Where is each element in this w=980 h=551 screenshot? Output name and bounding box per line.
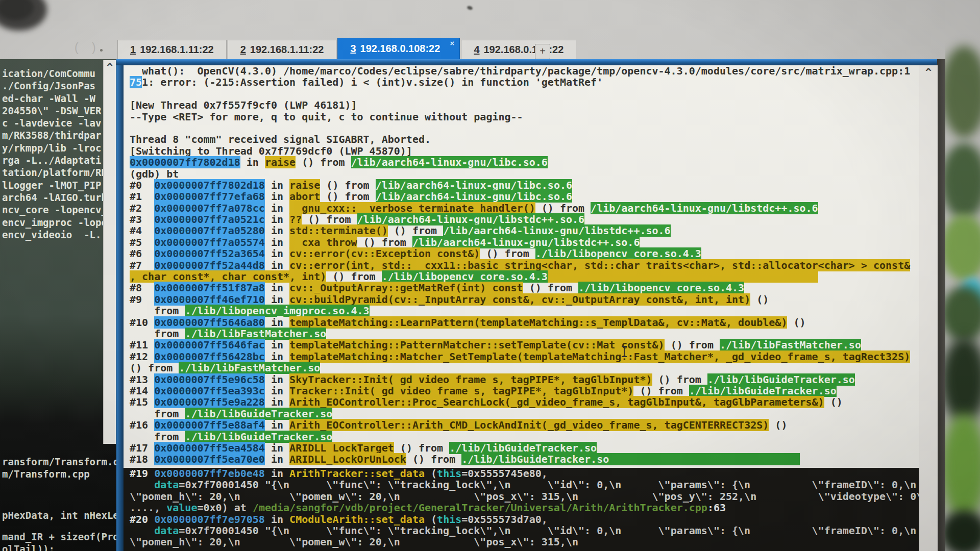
scroll-up-icon[interactable]: ^	[104, 60, 116, 73]
text: 1: error: (-215:Assertion failed) i < (i…	[142, 76, 603, 88]
terminal-line: from ./lib/libGuideTracker.so	[124, 408, 919, 419]
terminal-line: #16 0x0000007ff5e88af4 in Arith_EOContro…	[124, 419, 919, 431]
text	[130, 479, 154, 491]
text: in	[265, 202, 289, 214]
text: #7	[130, 259, 154, 271]
terminal-line: #0 0x0000007ff7802d18 in raise () from /…	[124, 180, 919, 191]
function-highlight: raise	[265, 156, 296, 168]
terminal-line	[124, 122, 919, 134]
text: =0x5555745e80,	[461, 468, 548, 480]
text: in	[265, 236, 289, 248]
text: in	[265, 213, 289, 226]
text: in	[265, 385, 289, 397]
background-terminal-window: ication/ComCommu./Config/JsonPased-char …	[0, 59, 118, 551]
text: \"pomen_h\": 20,\n \"pomen_w\": 20,\n \"…	[130, 536, 578, 548]
background-window-scrollbar[interactable]: ^	[103, 60, 116, 444]
text: in	[265, 247, 289, 260]
address-highlight: 0x0000007ff5ea70e0	[154, 453, 265, 465]
background-terminal-line: olTail));	[2, 543, 118, 551]
text: () from	[130, 362, 179, 374]
text: in	[240, 156, 265, 168]
library-highlight: ./lib/libopencv_core.so.4.3	[382, 270, 548, 283]
text: in	[265, 453, 289, 465]
gdb-keyword: data	[154, 479, 179, 491]
text: #3	[130, 213, 154, 226]
text: () from	[320, 190, 375, 203]
terminal-line: #5 0x0000007ff7a05574 in __cxa_throw () …	[124, 237, 919, 248]
text: in	[265, 316, 289, 329]
text: () from	[394, 442, 449, 454]
text: ....,	[130, 502, 166, 514]
library-highlight: ./lib/libFastMatcher.so	[720, 339, 861, 351]
text: (	[425, 513, 437, 525]
text: =0x7f70001450 "{\n \"func\": \"tracking_…	[179, 479, 916, 491]
library-highlight	[609, 453, 799, 465]
tab-address-label: 192.168.1.11:22	[250, 44, 324, 55]
tab-session-3[interactable]: 3192.168.0.108:22×	[337, 38, 460, 59]
function-highlight: cv::buildPyramid(cv::_InputArray const&,…	[289, 293, 750, 306]
text: ()	[824, 396, 843, 408]
terminal-line: #4 0x0000007ff7a05280 in std::terminate(…	[124, 225, 919, 236]
text: [New Thread 0x7f557f9cf0 (LWP 46181)]	[130, 99, 357, 111]
function-highlight: Arith_EOController::Arith_CMD_LockAndIni…	[289, 419, 769, 431]
background-terminal-line: encv_videoio -L..	[2, 229, 107, 241]
address-highlight: 0x0000007ff5646a80	[154, 316, 265, 329]
text: () from	[480, 247, 535, 260]
terminal-line: ...., value=0x0) at /media/sangfor/vdb/p…	[124, 502, 919, 513]
function-highlight: templateMatching::PatternMatcher::setTem…	[289, 339, 665, 351]
text: #2	[130, 202, 154, 214]
terminal-line: #2 0x0000007ff7a078cc in __gnu_cxx::__ve…	[124, 203, 919, 214]
terminal-line: #10 0x0000007ff5646a80 in templateMatchi…	[124, 317, 919, 328]
terminal-line: [Switching to Thread 0x7f7769dcf0 (LWP 4…	[124, 145, 919, 157]
text: in	[265, 293, 289, 306]
background-terminal-line: ncv_core -lopencv_	[2, 204, 107, 216]
text: () from	[652, 373, 707, 386]
text: () from	[665, 339, 720, 351]
address-highlight: 0x0000007ff7a0521c	[154, 213, 265, 226]
text: in	[265, 190, 289, 203]
function-highlight: cv::error(cv::Exception const&)	[289, 247, 480, 260]
address-highlight: 0x0000007ff7a05574	[154, 236, 265, 248]
terminal-line: #6 0x0000007ff52a3654 in cv::error(cv::E…	[124, 248, 919, 259]
terminal-line: () from ./lib/libFastMatcher.so	[124, 362, 919, 373]
terminal-line: #8 0x0000007ff51f87a8 in cv::_OutputArra…	[124, 282, 919, 293]
function-highlight: raise	[289, 179, 320, 191]
text: Thread 8 "comm" received signal SIGABRT,…	[130, 133, 431, 145]
terminal-line: #17 0x0000007ff5ea4584 in ARIDLL_LockTar…	[124, 442, 919, 454]
tab-close-icon[interactable]: ×	[450, 39, 455, 47]
text: #18	[130, 453, 154, 465]
text: () from	[388, 224, 443, 237]
text: #12	[130, 350, 154, 363]
library-highlight: ./lib/libGuideTracker.so	[461, 453, 609, 465]
background-terminal-line: ransform/Transform.cpp	[2, 456, 118, 468]
tab-session-4[interactable]: 4192.168.0.108:22	[461, 40, 576, 59]
text: =0x0) at	[197, 502, 252, 514]
background-terminal-line: ed-char -Wall -W	[2, 92, 107, 105]
address-highlight: 0x0000007ff5e88af4	[154, 419, 265, 431]
text-bold: :63	[707, 502, 726, 514]
terminal-line: #11 0x0000007ff5646fac in templateMatchi…	[124, 339, 919, 350]
function-highlight: cv::_OutputArray::getMatRef(int) const	[289, 282, 523, 294]
gdb-keyword: data	[154, 524, 179, 537]
background-terminal-line: mand_IR + sizeof(Protoc	[2, 531, 118, 543]
gdb-function: CModuleArith::set_data	[289, 513, 425, 525]
tab-session-2[interactable]: 2192.168.1.11:22	[228, 40, 337, 59]
address-highlight: 0x0000007ff52a44d8	[154, 259, 265, 271]
terminal-line: what(): OpenCV(4.3.0) /home/marco/Codes/…	[124, 65, 919, 77]
terminal-line: \"pomen_h\": 20,\n \"pomen_w\": 20,\n \"…	[124, 536, 919, 547]
terminal-scrollbar[interactable]: ^	[919, 65, 938, 551]
tab-scroll-buttons-icon[interactable]: ( )	[75, 41, 101, 55]
text: from	[130, 431, 185, 443]
text	[130, 524, 154, 537]
terminal-line	[124, 88, 919, 99]
text: in	[265, 396, 289, 408]
tab-session-1[interactable]: 1192.168.1.11:22	[117, 40, 227, 59]
new-tab-button[interactable]: +	[535, 44, 550, 59]
terminal-line: data=0x7f70001450 "{\n \"func\": \"track…	[124, 525, 919, 536]
address-highlight: 0x0000007ff56428bc	[154, 350, 265, 363]
terminal-line: #18 0x0000007ff5ea70e0 in ARIDLL_LockOrU…	[124, 454, 919, 465]
text: #11	[130, 339, 154, 351]
scroll-up-icon[interactable]: ^	[919, 65, 938, 79]
text: () from	[326, 270, 381, 283]
tab-number: 2	[240, 44, 246, 55]
